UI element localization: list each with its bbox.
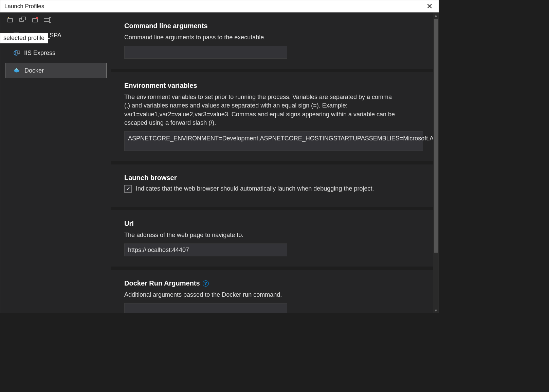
- body: selected profile Projects_SPA IIS Expres…: [0, 13, 439, 313]
- section-desc: Command line arguments to pass to the ex…: [124, 33, 399, 42]
- env-input[interactable]: ASPNETCORE_ENVIRONMENT=Development,ASPNE…: [124, 131, 423, 151]
- section-title: Launch browser: [124, 174, 425, 182]
- launch-browser-checkbox[interactable]: ✓: [124, 185, 132, 193]
- sidebar-item-docker[interactable]: Docker: [5, 63, 107, 78]
- new-profile-icon[interactable]: [7, 17, 15, 23]
- sidebar-item-label: IIS Express: [24, 50, 55, 57]
- scrollbar-thumb[interactable]: [434, 19, 438, 253]
- scroll-up-icon[interactable]: ▲: [433, 13, 439, 18]
- scrollbar[interactable]: ▲ ▼: [433, 13, 439, 313]
- section-title: Command line arguments: [124, 22, 425, 30]
- docker-run-title-text: Docker Run Arguments: [124, 279, 200, 287]
- cmdline-input[interactable]: [124, 46, 287, 59]
- sidebar: selected profile Projects_SPA IIS Expres…: [0, 13, 111, 313]
- sidebar-toolbar: [0, 13, 111, 27]
- section-env: Environment variables The environment va…: [111, 72, 439, 161]
- help-icon[interactable]: ?: [203, 280, 209, 287]
- section-launch-browser: Launch browser ✓ Indicates that the web …: [111, 164, 439, 207]
- rename-profile-icon[interactable]: [44, 17, 51, 23]
- profile-list: Projects_SPA IIS Express Docker: [0, 27, 111, 313]
- titlebar: Launch Profiles ✕: [0, 0, 439, 13]
- delete-profile-icon[interactable]: [32, 17, 39, 23]
- section-docker-run: Docker Run Arguments ? Additional argume…: [111, 270, 439, 313]
- svg-rect-11: [16, 69, 17, 70]
- section-desc: The environment variables to set prior t…: [124, 93, 399, 127]
- section-url: Url The address of the web page to navig…: [111, 210, 439, 267]
- svg-rect-10: [15, 69, 16, 70]
- tooltip-selected-profile: selected profile: [0, 33, 48, 43]
- section-cmdline: Command line arguments Command line argu…: [111, 13, 439, 69]
- window-title: Launch Profiles: [4, 3, 44, 10]
- docker-run-input[interactable]: [124, 303, 287, 313]
- sidebar-item-label: Docker: [24, 67, 44, 74]
- content-area: Command line arguments Command line argu…: [111, 13, 439, 313]
- svg-rect-3: [22, 17, 25, 20]
- svg-rect-13: [16, 68, 17, 69]
- svg-rect-4: [33, 19, 37, 22]
- sidebar-item-iis[interactable]: IIS Express: [5, 45, 107, 61]
- svg-rect-0: [8, 19, 13, 22]
- docker-icon: [14, 67, 20, 74]
- launch-browser-label: Indicates that the web browser should au…: [136, 185, 374, 192]
- svg-rect-12: [17, 69, 18, 70]
- section-title: Environment variables: [124, 82, 425, 90]
- scroll-area: Command line arguments Command line argu…: [111, 13, 439, 313]
- svg-rect-9: [18, 51, 20, 54]
- launch-browser-row: ✓ Indicates that the web browser should …: [124, 185, 425, 193]
- globe-icon: [13, 50, 20, 56]
- duplicate-profile-icon[interactable]: [19, 17, 27, 23]
- scroll-down-icon[interactable]: ▼: [433, 308, 439, 313]
- close-icon[interactable]: ✕: [424, 1, 435, 12]
- section-title: Url: [124, 220, 425, 228]
- section-desc: The address of the web page to navigate …: [124, 231, 399, 239]
- svg-rect-5: [44, 18, 49, 21]
- url-input[interactable]: https://localhost:44407: [124, 243, 287, 256]
- section-desc: Additional arguments passed to the Docke…: [124, 291, 399, 299]
- section-title: Docker Run Arguments ?: [124, 279, 425, 287]
